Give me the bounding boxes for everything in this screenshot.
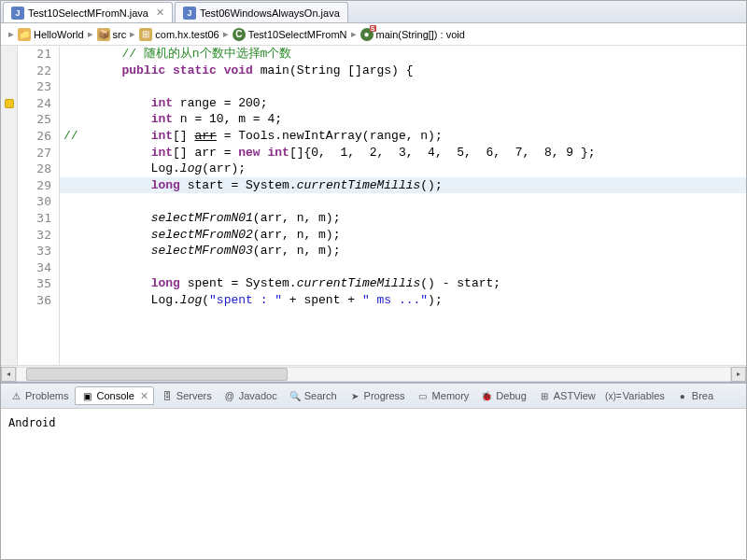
marker-slot: [1, 193, 17, 210]
package-icon: ⊞: [139, 28, 152, 41]
code-line[interactable]: public static void main(String []args) {: [60, 63, 746, 79]
marker-slot: [1, 177, 17, 194]
chevron-right-icon: ▸: [130, 28, 135, 40]
bottom-panel: ⚠Problems▣Console✕🗄Servers@Javadoc🔍Searc…: [1, 382, 746, 559]
code-line[interactable]: [60, 78, 746, 95]
view-tab-label: Console: [96, 390, 134, 401]
editor-tab[interactable]: J Test06WindowsAlwaysOn.java: [175, 2, 348, 22]
view-tab-label: Debug: [496, 390, 526, 401]
view-tab-problems[interactable]: ⚠Problems: [5, 387, 73, 404]
line-number: 27: [18, 145, 51, 161]
breadcrumb-project[interactable]: 📁 HelloWorld: [18, 28, 84, 41]
scroll-thumb[interactable]: [26, 368, 288, 381]
marker-slot: [1, 145, 17, 161]
code-line[interactable]: long spent = System.currentTimeMillis() …: [60, 275, 746, 292]
brea-icon: ●: [676, 389, 689, 402]
progress-icon: ➤: [348, 389, 361, 402]
code-line[interactable]: int[] arr = new int[]{0, 1, 2, 3, 4, 5, …: [60, 145, 746, 161]
java-file-icon: J: [183, 7, 196, 20]
breadcrumb-method[interactable]: ● main(String[]) : void: [360, 28, 465, 41]
variables-icon: (x)=: [607, 389, 620, 402]
line-number: 33: [18, 243, 51, 259]
breadcrumb-package[interactable]: ⊞ com.hx.test06: [139, 28, 218, 41]
warning-icon[interactable]: [5, 99, 14, 108]
line-number: 28: [18, 161, 51, 177]
view-tab-label: Brea: [692, 390, 713, 401]
search-icon: 🔍: [289, 389, 302, 402]
scroll-track[interactable]: [16, 367, 731, 382]
project-icon: 📁: [18, 28, 31, 41]
code-editor[interactable]: // 随机的从n个数中选择m个数 public static void main…: [60, 46, 746, 365]
method-icon: ●: [360, 28, 374, 41]
view-tab-javadoc[interactable]: @Javadoc: [218, 387, 282, 404]
code-line[interactable]: // 随机的从n个数中选择m个数: [60, 46, 746, 63]
line-number: 32: [18, 227, 51, 244]
view-tab-brea[interactable]: ●Brea: [671, 387, 718, 404]
editor-tab-bar: J Test10SelectMFromN.java ✕ J Test06Wind…: [1, 1, 746, 23]
view-tab-label: Javadoc: [239, 390, 277, 401]
code-line[interactable]: Log.log(arr);: [60, 161, 746, 177]
problems-icon: ⚠: [9, 389, 22, 402]
marker-column: [1, 46, 18, 365]
view-tab-variables[interactable]: (x)=Variables: [602, 387, 669, 404]
astview-icon: ⊞: [538, 389, 551, 402]
marker-slot: [1, 95, 17, 112]
editor-area: 21222324252627282930313233343536 // 随机的从…: [1, 46, 746, 365]
code-line[interactable]: // int[] arr = Tools.newIntArray(range, …: [60, 128, 746, 145]
view-tab-servers[interactable]: 🗄Servers: [156, 387, 217, 404]
view-tab-label: Problems: [25, 390, 68, 401]
view-tab-memory[interactable]: ▭Memory: [412, 387, 474, 404]
java-file-icon: J: [11, 7, 24, 20]
line-number: 23: [18, 78, 51, 95]
editor-tab-active[interactable]: J Test10SelectMFromN.java ✕: [3, 2, 173, 22]
view-tab-label: Memory: [432, 390, 470, 401]
code-line[interactable]: int n = 10, m = 4;: [60, 111, 746, 128]
marker-slot: [1, 259, 17, 276]
console-icon: ▣: [80, 389, 93, 402]
code-line[interactable]: selectMFromN02(arr, n, m);: [60, 227, 746, 244]
code-line[interactable]: selectMFromN01(arr, n, m);: [60, 210, 746, 227]
view-tab-search[interactable]: 🔍Search: [284, 387, 342, 404]
marker-slot: [1, 161, 17, 177]
marker-slot: [1, 46, 17, 63]
tab-label: Test10SelectMFromN.java: [28, 7, 148, 19]
line-number: 30: [18, 193, 51, 210]
code-line[interactable]: int range = 200;: [60, 95, 746, 112]
code-line[interactable]: selectMFromN03(arr, n, m);: [60, 243, 746, 259]
console-output[interactable]: Android: [1, 409, 746, 559]
view-tab-label: Progress: [364, 390, 405, 401]
line-number: 35: [18, 275, 51, 292]
line-number-gutter: 21222324252627282930313233343536: [18, 46, 60, 365]
code-line[interactable]: long start = System.currentTimeMillis();: [60, 177, 746, 194]
debug-icon: 🐞: [480, 389, 493, 402]
chevron-right-icon: ▸: [8, 28, 14, 40]
javadoc-icon: @: [223, 389, 236, 402]
marker-slot: [1, 111, 17, 128]
servers-icon: 🗄: [161, 389, 174, 402]
breadcrumb-class[interactable]: C Test10SelectMFromN: [233, 28, 347, 41]
code-line[interactable]: Log.log("spent : " + spent + " ms ...");: [60, 292, 746, 309]
view-tab-astview[interactable]: ⊞ASTView: [533, 387, 600, 404]
view-tab-console[interactable]: ▣Console✕: [75, 386, 153, 405]
marker-slot: [1, 210, 17, 227]
close-icon[interactable]: ✕: [140, 390, 148, 402]
scroll-left-button[interactable]: ◂: [1, 367, 16, 382]
scroll-right-button[interactable]: ▸: [731, 367, 746, 382]
marker-slot: [1, 275, 17, 292]
view-tab-label: Servers: [176, 390, 212, 401]
line-number: 22: [18, 63, 51, 79]
breadcrumb-src[interactable]: 📦 src: [97, 28, 127, 41]
view-tab-debug[interactable]: 🐞Debug: [475, 387, 530, 404]
close-icon[interactable]: ✕: [156, 7, 164, 19]
horizontal-scrollbar[interactable]: ◂ ▸: [1, 365, 746, 382]
view-tab-progress[interactable]: ➤Progress: [344, 387, 410, 404]
marker-slot: [1, 227, 17, 244]
code-line[interactable]: [60, 193, 746, 210]
code-line[interactable]: [60, 259, 746, 276]
chevron-right-icon: ▸: [88, 28, 93, 40]
view-tab-label: ASTView: [554, 390, 596, 401]
view-tab-label: Variables: [623, 390, 665, 401]
source-folder-icon: 📦: [97, 28, 110, 41]
chevron-right-icon: ▸: [351, 28, 357, 40]
class-icon: C: [233, 28, 246, 41]
